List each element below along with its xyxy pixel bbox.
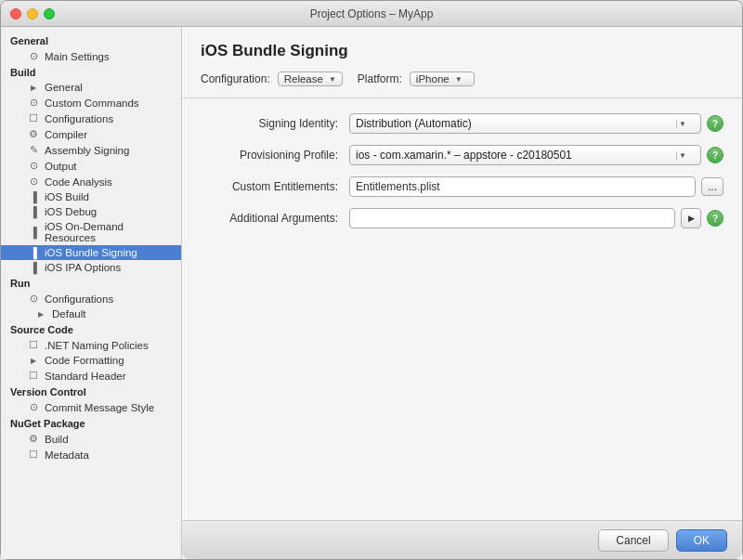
sidebar-item-ios-debug[interactable]: ▐ iOS Debug <box>1 204 181 219</box>
configuration-select[interactable]: Release ▼ <box>278 72 343 86</box>
sidebar-item-code-analysis[interactable]: ⊙ Code Analysis <box>1 174 181 189</box>
minimize-button[interactable] <box>27 8 38 20</box>
build-general-icon: ▶ <box>27 84 40 92</box>
additional-arguments-run-button[interactable]: ▶ <box>681 208 701 228</box>
custom-entitlements-input[interactable] <box>349 176 696 197</box>
cancel-button[interactable]: Cancel <box>598 529 668 552</box>
custom-commands-icon: ⊙ <box>27 97 40 109</box>
provisioning-arrow-icon: ▼ <box>679 151 693 160</box>
sidebar: General ⊙ Main Settings Build ▶ General … <box>1 27 182 559</box>
sidebar-item-build-general[interactable]: ▶ General <box>1 80 181 95</box>
main-settings-icon: ⊙ <box>27 50 40 62</box>
sidebar-item-standard-header[interactable]: ☐ Standard Header <box>1 368 181 384</box>
output-icon: ⊙ <box>27 160 40 172</box>
sidebar-item-commit-message[interactable]: ⊙ Commit Message Style <box>1 399 181 415</box>
ios-build-icon: ▐ <box>27 191 40 202</box>
additional-arguments-label: Additional Arguments: <box>201 212 349 225</box>
custom-entitlements-field: ... <box>349 176 723 197</box>
sidebar-item-main-settings[interactable]: ⊙ Main Settings <box>1 48 181 64</box>
assembly-signing-icon: ✎ <box>27 144 40 156</box>
additional-arguments-input[interactable] <box>349 208 675 228</box>
additional-arguments-help-button[interactable]: ? <box>707 210 723 227</box>
provisioning-profile-field: ios - com.xamarin.* – appstore - c201805… <box>349 145 723 165</box>
sidebar-item-custom-commands[interactable]: ⊙ Custom Commands <box>1 95 181 111</box>
net-naming-icon: ☐ <box>27 339 40 351</box>
sidebar-item-run-configurations[interactable]: ⊙ Configurations <box>1 291 181 306</box>
sidebar-item-configurations[interactable]: ☐ Configurations <box>1 111 181 126</box>
provisioning-profile-label: Provisioning Profile: <box>201 149 349 162</box>
sidebar-item-assembly-signing[interactable]: ✎ Assembly Signing <box>1 142 181 158</box>
ios-debug-icon: ▐ <box>27 206 40 217</box>
sidebar-section-nuget: NuGet Package ⚙ Build ☐ Metadata <box>1 415 181 462</box>
provisioning-profile-dropdown[interactable]: ios - com.xamarin.* – appstore - c201805… <box>349 145 701 165</box>
signing-identity-help-button[interactable]: ? <box>707 115 723 132</box>
signing-identity-arrow-icon: ▼ <box>679 120 693 128</box>
signing-identity-dropdown[interactable]: Distribution (Automatic) ▼ <box>349 113 701 134</box>
additional-arguments-row: Additional Arguments: ▶ ? <box>201 208 723 228</box>
commit-message-icon: ⊙ <box>27 401 40 413</box>
footer: Cancel OK <box>182 520 742 559</box>
provisioning-profile-arrow-button[interactable]: ▼ <box>676 151 695 160</box>
sidebar-item-ios-ipa-options[interactable]: ▐ iOS IPA Options <box>1 260 181 275</box>
compiler-icon: ⚙ <box>27 128 40 140</box>
configuration-label: Configuration: <box>201 72 270 85</box>
sidebar-item-code-formatting[interactable]: ▶ Code Formatting <box>1 353 181 368</box>
ios-ipa-options-icon: ▐ <box>27 262 40 273</box>
play-icon: ▶ <box>688 214 695 223</box>
titlebar: Project Options – MyApp <box>1 1 742 27</box>
custom-entitlements-row: Custom Entitlements: ... <box>201 176 723 197</box>
sidebar-item-compiler[interactable]: ⚙ Compiler <box>1 126 181 142</box>
config-select-arrow-icon: ▼ <box>327 75 338 84</box>
help-icon: ? <box>712 119 718 129</box>
nuget-metadata-icon: ☐ <box>27 449 40 461</box>
nuget-build-icon: ⚙ <box>27 433 40 445</box>
platform-select[interactable]: iPhone ▼ <box>410 72 475 86</box>
ios-on-demand-icon: ▐ <box>27 227 40 238</box>
sidebar-group-nuget: NuGet Package <box>1 415 181 431</box>
sidebar-group-version-control: Version Control <box>1 384 181 399</box>
sidebar-item-output[interactable]: ⊙ Output <box>1 158 181 174</box>
sidebar-item-net-naming[interactable]: ☐ .NET Naming Policies <box>1 337 181 353</box>
signing-identity-label: Signing Identity: <box>201 117 349 130</box>
content-area: General ⊙ Main Settings Build ▶ General … <box>1 27 742 559</box>
panel-header: iOS Bundle Signing Configuration: Releas… <box>182 27 742 98</box>
additional-arguments-field: ▶ ? <box>349 208 723 228</box>
sidebar-section-build: Build ▶ General ⊙ Custom Commands ☐ Conf… <box>1 64 181 275</box>
sidebar-item-run-default[interactable]: ▶ Default <box>1 306 181 321</box>
main-panel: iOS Bundle Signing Configuration: Releas… <box>182 27 742 559</box>
run-configurations-icon: ⊙ <box>27 293 40 305</box>
help-icon-3: ? <box>712 214 718 224</box>
close-button[interactable] <box>10 8 21 20</box>
sidebar-section-run: Run ⊙ Configurations ▶ Default <box>1 275 181 321</box>
custom-entitlements-browse-button[interactable]: ... <box>701 177 723 196</box>
sidebar-group-run: Run <box>1 275 181 291</box>
panel-title: iOS Bundle Signing <box>201 42 723 60</box>
platform-select-arrow-icon: ▼ <box>453 75 464 84</box>
ok-button[interactable]: OK <box>676 529 727 552</box>
sidebar-item-ios-on-demand[interactable]: ▐ iOS On-Demand Resources <box>1 219 181 245</box>
sidebar-section-general: General ⊙ Main Settings <box>1 33 181 64</box>
configurations-icon: ☐ <box>27 112 40 124</box>
custom-entitlements-label: Custom Entitlements: <box>201 180 349 193</box>
signing-identity-arrow-button[interactable]: ▼ <box>676 120 695 128</box>
config-row: Configuration: Release ▼ Platform: iPhon… <box>201 72 723 86</box>
run-default-icon: ▶ <box>34 310 47 319</box>
sidebar-section-source-code: Source Code ☐ .NET Naming Policies ▶ Cod… <box>1 321 181 384</box>
main-window: Project Options – MyApp General ⊙ Main S… <box>0 0 743 560</box>
help-icon-2: ? <box>712 150 718 161</box>
code-formatting-icon: ▶ <box>27 357 40 365</box>
titlebar-buttons <box>10 8 55 20</box>
platform-label: Platform: <box>358 72 402 85</box>
sidebar-item-ios-build[interactable]: ▐ iOS Build <box>1 189 181 204</box>
standard-header-icon: ☐ <box>27 370 40 382</box>
window-title: Project Options – MyApp <box>310 7 434 20</box>
sidebar-item-ios-bundle-signing[interactable]: ▐ iOS Bundle Signing <box>1 245 181 260</box>
maximize-button[interactable] <box>44 8 55 20</box>
sidebar-group-general: General <box>1 33 181 48</box>
ios-bundle-signing-icon: ▐ <box>27 247 40 258</box>
sidebar-item-nuget-build[interactable]: ⚙ Build <box>1 431 181 447</box>
provisioning-profile-help-button[interactable]: ? <box>707 147 723 163</box>
sidebar-item-nuget-metadata[interactable]: ☐ Metadata <box>1 447 181 462</box>
signing-identity-row: Signing Identity: Distribution (Automati… <box>201 113 723 134</box>
sidebar-group-build: Build <box>1 64 181 80</box>
